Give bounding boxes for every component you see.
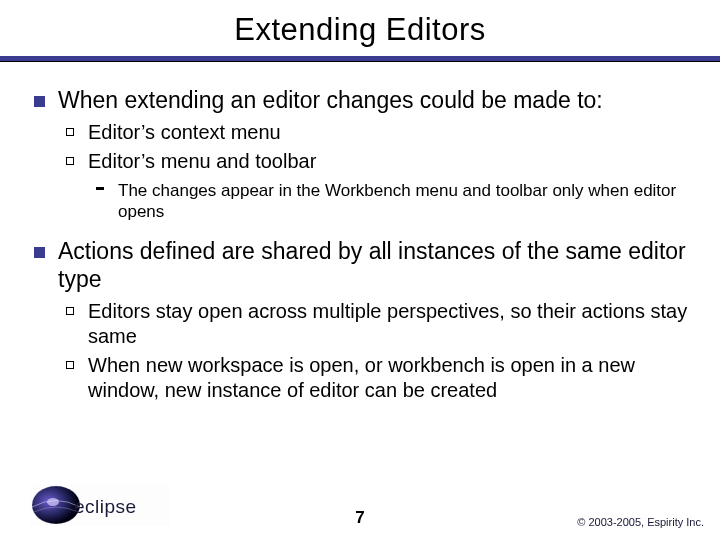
slide-footer: eclipse 7 © 2003-2005, Espirity Inc. <box>0 480 720 540</box>
slide: Extending Editors When extending an edit… <box>0 0 720 540</box>
bullet-1-2-1-text: The changes appear in the Workbench menu… <box>118 181 676 221</box>
slide-body: When extending an editor changes could b… <box>0 62 720 403</box>
bullet-1-2-1: The changes appear in the Workbench menu… <box>88 180 692 223</box>
bullet-1-text: When extending an editor changes could b… <box>58 87 603 113</box>
bullet-1-1: Editor’s context menu <box>58 120 692 145</box>
copyright: © 2003-2005, Espirity Inc. <box>577 516 704 528</box>
svg-point-3 <box>47 498 59 506</box>
bullet-2-1-text: Editors stay open across multiple perspe… <box>88 300 687 347</box>
bullet-2-text: Actions defined are shared by all instan… <box>58 238 686 292</box>
bullet-1-2: Editor’s menu and toolbar The changes ap… <box>58 149 692 223</box>
bullet-2-2: When new workspace is open, or workbench… <box>58 353 692 403</box>
bullet-2: Actions defined are shared by all instan… <box>28 237 692 403</box>
bullet-1-1-text: Editor’s context menu <box>88 121 281 143</box>
bullet-2-1: Editors stay open across multiple perspe… <box>58 299 692 349</box>
bullet-1-2-text: Editor’s menu and toolbar <box>88 150 316 172</box>
bullet-1: When extending an editor changes could b… <box>28 86 692 223</box>
bullet-2-2-text: When new workspace is open, or workbench… <box>88 354 635 401</box>
slide-title: Extending Editors <box>0 0 720 48</box>
